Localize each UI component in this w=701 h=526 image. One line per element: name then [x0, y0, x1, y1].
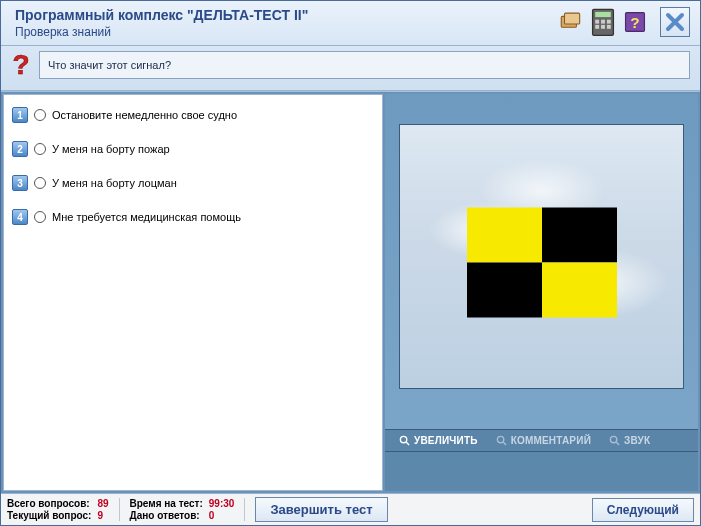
svg-rect-6 [607, 19, 611, 23]
answer-number-badge: 4 [12, 209, 28, 225]
answer-label: Остановите немедленно свое судно [52, 109, 237, 121]
total-questions-value: 89 [97, 498, 108, 509]
question-mark-icon: ? [11, 50, 33, 80]
sound-label: ЗВУК [624, 435, 650, 446]
radio-icon[interactable] [34, 109, 46, 121]
total-questions-label: Всего вопросов: [7, 498, 91, 509]
svg-rect-7 [595, 25, 599, 29]
answer-label: Мне требуется медицинская помощь [52, 211, 241, 223]
svg-text:?: ? [630, 14, 639, 31]
calculator-icon[interactable] [590, 11, 616, 33]
svg-rect-8 [601, 25, 605, 29]
magnifier-icon [399, 435, 410, 446]
status-bar: Всего вопросов: 89 Текущий вопрос: 9 Вре… [1, 493, 700, 525]
finish-test-button[interactable]: Завершить тест [255, 497, 387, 522]
current-question-label: Текущий вопрос: [7, 510, 91, 521]
time-value: 99:30 [209, 498, 235, 509]
current-question-value: 9 [97, 510, 108, 521]
next-button[interactable]: Следующий [592, 498, 694, 522]
svg-rect-4 [595, 19, 599, 23]
radio-icon[interactable] [34, 143, 46, 155]
cards-icon[interactable] [558, 11, 584, 33]
magnifier-icon [609, 435, 620, 446]
sound-button[interactable]: ЗВУК [601, 433, 658, 448]
svg-point-17 [610, 436, 616, 442]
zoom-button[interactable]: УВЕЛИЧИТЬ [391, 433, 486, 448]
svg-text:?: ? [12, 50, 29, 80]
answered-label: Дано ответов: [130, 510, 203, 521]
answer-number-badge: 1 [12, 107, 28, 123]
zoom-label: УВЕЛИЧИТЬ [414, 435, 478, 446]
media-footer [385, 451, 698, 491]
svg-rect-5 [601, 19, 605, 23]
svg-point-13 [400, 436, 406, 442]
comment-label: КОММЕНТАРИЙ [511, 435, 591, 446]
question-text: Что значит этот сигнал? [39, 51, 690, 79]
svg-point-15 [497, 436, 503, 442]
svg-line-14 [406, 442, 409, 445]
answered-value: 0 [209, 510, 235, 521]
radio-icon[interactable] [34, 211, 46, 223]
svg-rect-9 [607, 25, 611, 29]
question-bar: ? Что значит этот сигнал? [1, 46, 700, 91]
svg-rect-1 [565, 13, 580, 24]
main-area: 1 Остановите немедленно свое судно 2 У м… [1, 91, 700, 493]
help-book-icon[interactable]: ? [622, 11, 648, 33]
comment-button[interactable]: КОММЕНТАРИЙ [488, 433, 599, 448]
answer-number-badge: 2 [12, 141, 28, 157]
close-button[interactable] [660, 7, 690, 37]
answer-label: У меня на борту пожар [52, 143, 170, 155]
answers-panel: 1 Остановите немедленно свое судно 2 У м… [3, 94, 383, 491]
answer-option[interactable]: 4 Мне требуется медицинская помощь [12, 203, 374, 237]
answer-option[interactable]: 1 Остановите немедленно свое судно [12, 101, 374, 135]
svg-line-18 [616, 442, 619, 445]
magnifier-icon [496, 435, 507, 446]
signal-flag-icon [467, 207, 617, 317]
app-subtitle: Проверка знаний [15, 25, 308, 39]
media-toolbar: УВЕЛИЧИТЬ КОММЕНТАРИЙ ЗВУК [385, 429, 698, 451]
svg-rect-3 [595, 12, 611, 17]
media-panel: УВЕЛИЧИТЬ КОММЕНТАРИЙ ЗВУК [385, 94, 698, 491]
answer-option[interactable]: 3 У меня на борту лоцман [12, 169, 374, 203]
app-title: Программный комплекс "ДЕЛЬТА-ТЕСТ II" [15, 7, 308, 23]
radio-icon[interactable] [34, 177, 46, 189]
app-header: Программный комплекс "ДЕЛЬТА-ТЕСТ II" Пр… [1, 1, 700, 46]
signal-image [399, 124, 684, 389]
time-label: Время на тест: [130, 498, 203, 509]
svg-line-16 [503, 442, 506, 445]
answer-option[interactable]: 2 У меня на борту пожар [12, 135, 374, 169]
answer-number-badge: 3 [12, 175, 28, 191]
answer-label: У меня на борту лоцман [52, 177, 177, 189]
media-viewport [385, 94, 698, 429]
